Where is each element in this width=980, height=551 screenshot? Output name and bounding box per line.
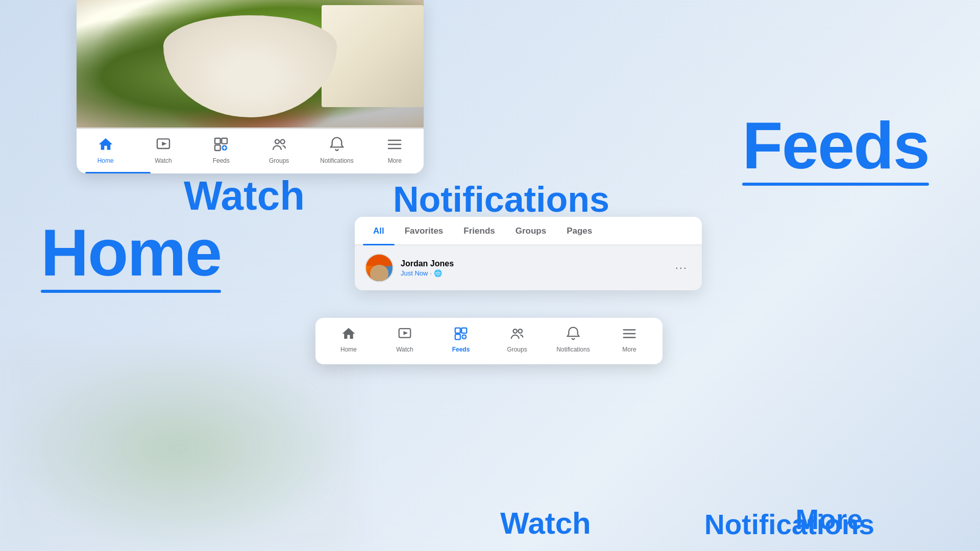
tab-all[interactable]: All <box>363 217 395 244</box>
top-nav-groups[interactable]: Groups <box>250 134 308 166</box>
dot-separator: · <box>430 269 432 277</box>
bottom-nav-watch-label: Watch <box>396 346 413 353</box>
top-nav-home-label: Home <box>97 157 114 164</box>
feeds-icon <box>213 136 229 155</box>
bottom-nav-watch[interactable]: Watch <box>377 323 433 356</box>
tab-favorites[interactable]: Favorites <box>395 217 454 244</box>
globe-icon: 🌐 <box>434 269 442 277</box>
top-nav-feeds-label: Feeds <box>213 157 230 164</box>
post-item: Jordan Jones Just Now · 🌐 ··· <box>355 245 702 290</box>
svg-rect-2 <box>215 138 220 144</box>
svg-point-18 <box>519 329 523 333</box>
top-nav-watch[interactable]: Watch <box>134 134 192 166</box>
bottom-nav-card: Home Watch Feed <box>315 318 663 364</box>
bottom-nav-more[interactable]: More <box>601 323 657 356</box>
tab-pages[interactable]: Pages <box>556 217 602 244</box>
svg-point-6 <box>275 140 279 144</box>
top-phone-card: Home Watch Feed <box>77 0 424 173</box>
notifications-annotation-label: Notifications <box>393 179 609 220</box>
feeds-big-label: Feeds <box>742 112 929 186</box>
bottom-nav-home[interactable]: Home <box>321 323 377 356</box>
svg-rect-13 <box>455 328 460 333</box>
watch-annotation-label: Watch <box>184 172 305 219</box>
bottom-nav-bar: Home Watch Feed <box>315 323 663 356</box>
svg-marker-1 <box>162 142 166 146</box>
top-nav-feeds[interactable]: Feeds <box>192 134 250 166</box>
notifications-icon <box>329 136 345 155</box>
top-nav-groups-label: Groups <box>269 157 289 164</box>
top-nav-notifications[interactable]: Notifications <box>308 134 365 166</box>
top-nav-notifications-label: Notifications <box>320 157 353 164</box>
svg-rect-3 <box>222 138 228 144</box>
tab-friends[interactable]: Friends <box>453 217 505 244</box>
more-bottom-annotation: More <box>796 503 863 536</box>
top-nav-watch-label: Watch <box>155 157 172 164</box>
background-blur <box>0 347 357 551</box>
bottom-nav-groups[interactable]: Groups <box>489 323 545 356</box>
post-meta: Just Now · 🌐 <box>401 269 671 277</box>
svg-point-17 <box>513 329 518 333</box>
watch-bottom-annotation: Watch <box>500 506 591 541</box>
top-nav-more[interactable]: More <box>366 134 424 166</box>
more-icon <box>386 136 403 155</box>
avatar <box>365 254 394 282</box>
svg-point-7 <box>280 140 284 144</box>
top-nav-home[interactable]: Home <box>77 134 134 166</box>
bottom-nav-feeds[interactable]: Feeds <box>433 323 489 356</box>
post-time: Just Now <box>401 269 428 277</box>
watch-icon <box>155 136 172 155</box>
bottom-watch-icon <box>397 326 412 344</box>
svg-rect-4 <box>215 145 220 151</box>
svg-rect-15 <box>455 334 460 339</box>
bottom-feeds-icon <box>453 326 469 344</box>
bottom-nav-groups-label: Groups <box>507 346 527 353</box>
bottom-nav-notifications[interactable]: Notifications <box>545 323 601 356</box>
post-info: Jordan Jones Just Now · 🌐 <box>401 259 671 277</box>
bottom-more-icon <box>622 326 637 344</box>
bottom-nav-feeds-label: Feeds <box>452 346 470 353</box>
feeds-tab-bar: All Favorites Friends Groups Pages <box>355 217 702 245</box>
bottom-notifications-icon <box>566 326 581 344</box>
post-more-button[interactable]: ··· <box>671 259 692 277</box>
top-nav-more-label: More <box>388 157 402 164</box>
svg-marker-12 <box>404 331 408 335</box>
svg-rect-14 <box>461 328 467 333</box>
bottom-nav-notifications-label: Notifications <box>556 346 590 353</box>
top-nav-bar: Home Watch Feed <box>77 128 424 173</box>
bottom-groups-icon <box>509 326 525 344</box>
home-icon <box>97 136 114 155</box>
home-big-label: Home <box>41 219 221 293</box>
post-author: Jordan Jones <box>401 259 671 268</box>
bottom-nav-home-label: Home <box>340 346 357 353</box>
food-image <box>77 0 424 128</box>
bottom-home-icon <box>341 326 356 344</box>
groups-icon <box>271 136 287 155</box>
feeds-card: All Favorites Friends Groups Pages Jorda… <box>355 217 702 290</box>
tab-groups[interactable]: Groups <box>505 217 556 244</box>
bottom-nav-more-label: More <box>622 346 636 353</box>
